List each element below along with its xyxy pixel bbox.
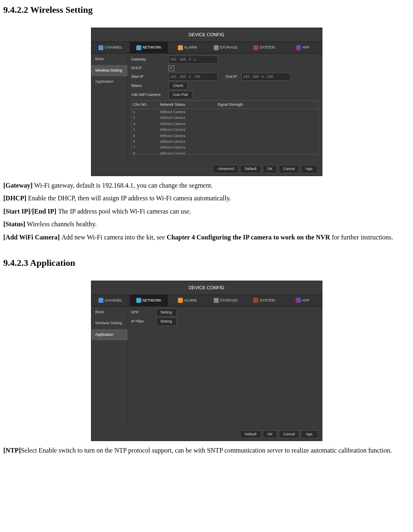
cell-chn: 3	[132, 121, 160, 127]
table-row[interactable]: 5Without Camera	[132, 133, 318, 139]
network-icon	[136, 298, 141, 303]
side-application[interactable]: Application	[91, 76, 128, 87]
cell-chn: 2	[132, 115, 160, 121]
app-button[interactable]: App.	[301, 165, 318, 173]
channel-icon	[98, 298, 103, 303]
col-status: Network Status	[160, 102, 218, 108]
side-application-2[interactable]: Application	[91, 329, 128, 340]
ipfilter-label: IP Filter	[131, 318, 156, 325]
app-button-2[interactable]: App.	[301, 430, 318, 438]
status-label: Status	[131, 83, 168, 89]
cell-signal	[218, 127, 318, 132]
ntp-setting-button[interactable]: Setting	[156, 309, 177, 316]
endip-input[interactable]: 192 . 168 . 4 . 199	[241, 73, 291, 81]
cell-chn: 7	[132, 144, 160, 150]
tab-app[interactable]: APP	[283, 42, 322, 53]
side-wireless-2[interactable]: Wireless Setting	[91, 318, 128, 329]
gateway-input[interactable]: 192 . 168 . 4 . 1	[168, 56, 218, 63]
side-nav: Basic Wireless Setting Application	[91, 53, 128, 163]
check-button[interactable]: Check	[168, 82, 188, 90]
cell-signal	[218, 151, 318, 155]
startip-label: Start IP	[131, 74, 168, 80]
table-row[interactable]: 6Without Camera	[132, 139, 318, 144]
startip-input[interactable]: 192 . 168 . 4 . 100	[168, 73, 218, 81]
dialog-footer: Advanced Default OK Cancel App.	[91, 163, 322, 175]
cell-status: Without Camera	[160, 151, 218, 155]
cell-chn: 6	[132, 139, 160, 144]
cell-status: Without Camera	[160, 115, 218, 121]
tab-storage-2[interactable]: STORAGE	[206, 295, 245, 306]
cell-status: Without Camera	[160, 133, 218, 139]
tab-app-2[interactable]: APP	[283, 295, 322, 306]
table-row[interactable]: 1Without Camera	[132, 109, 318, 115]
section-heading-wireless: 9.4.2.2 Wireless Setting	[3, 2, 410, 17]
tab-channel[interactable]: CHANNEL	[91, 42, 130, 53]
tab-alarm-2[interactable]: ALARM	[168, 295, 206, 306]
default-button-2[interactable]: Default	[240, 430, 261, 438]
tab-network[interactable]: NETWORK	[130, 42, 168, 53]
cell-status: Without Camera	[160, 109, 218, 115]
side-nav-2: Basic Wireless Setting Application	[91, 307, 128, 428]
cell-chn: 4	[132, 127, 160, 132]
table-row[interactable]: 4Without Camera	[132, 127, 318, 132]
app-icon	[296, 298, 301, 303]
side-basic[interactable]: Basic	[91, 53, 128, 65]
desc-gateway: [Gateway] Wi-Fi gateway, default is 192.…	[3, 179, 410, 192]
storage-icon	[214, 45, 219, 50]
cell-signal	[218, 144, 318, 150]
dialog-footer-2: Default OK Cancel App.	[91, 428, 322, 441]
table-row[interactable]: 7Without Camera	[132, 144, 318, 150]
tab-system-2[interactable]: SYSTEM	[245, 295, 283, 306]
cell-signal	[218, 121, 318, 127]
tab-bar: CHANNEL NETWORK ALARM STORAGE SYSTEM APP	[91, 42, 322, 53]
dialog-title-2: DEVICE CONFIG	[91, 281, 322, 295]
desc-addcam: [Add WiFi Camera] Add new Wi-Fi camera i…	[3, 231, 410, 244]
cell-status: Without Camera	[160, 139, 218, 144]
tab-channel-2[interactable]: CHANNEL	[91, 295, 130, 306]
desc-ip: [Start IP]/[End IP] The IP address pool …	[3, 205, 410, 218]
tab-network-2[interactable]: NETWORK	[130, 295, 168, 306]
main-panel-2: NTP Setting IP Filter Setting	[128, 307, 322, 428]
desc-ntp: [NTP]Select Enable switch to turn on the…	[3, 444, 410, 457]
dhcp-label: DHCP	[131, 65, 168, 71]
ntp-label: NTP	[131, 309, 156, 316]
device-config-dialog-wireless: DEVICE CONFIG CHANNEL NETWORK ALARM STOR…	[91, 28, 322, 176]
default-button[interactable]: Default	[240, 165, 261, 173]
table-row[interactable]: 3Without Camera	[132, 121, 318, 127]
alarm-icon	[178, 298, 183, 303]
storage-icon	[214, 298, 219, 303]
side-basic-2[interactable]: Basic	[91, 307, 128, 318]
cell-status: Without Camera	[160, 127, 218, 132]
table-row[interactable]: 2Without Camera	[132, 115, 318, 121]
addcamera-label: Add WiFi Camera	[131, 92, 168, 98]
channel-icon	[98, 45, 103, 50]
cell-chn: 5	[132, 133, 160, 139]
cell-signal	[218, 115, 318, 121]
ipfilter-setting-button[interactable]: Setting	[156, 318, 177, 325]
tab-storage[interactable]: STORAGE	[206, 42, 245, 53]
gateway-label: Gateway	[131, 56, 168, 63]
system-icon	[253, 45, 258, 50]
app-icon	[296, 45, 301, 50]
camera-table: Chn NO. Network Status Signal Strength 1…	[131, 100, 319, 155]
cell-signal	[218, 133, 318, 139]
system-icon	[253, 298, 258, 303]
tab-system[interactable]: SYSTEM	[245, 42, 283, 53]
dhcp-checkbox[interactable]: ✓	[168, 65, 174, 71]
ok-button-2[interactable]: OK	[263, 430, 277, 438]
dialog-title: DEVICE CONFIG	[91, 28, 322, 42]
cancel-button-2[interactable]: Cancel	[279, 430, 299, 438]
cell-status: Without Camera	[160, 121, 218, 127]
side-wireless[interactable]: Wireless Setting	[91, 65, 128, 76]
cancel-button[interactable]: Cancel	[279, 165, 299, 173]
device-config-dialog-application: DEVICE CONFIG CHANNEL NETWORK ALARM STOR…	[91, 281, 322, 441]
tab-alarm[interactable]: ALARM	[168, 42, 206, 53]
ok-button[interactable]: OK	[263, 165, 277, 173]
main-panel: Gateway 192 . 168 . 4 . 1 DHCP ✓ Start I…	[128, 53, 322, 163]
table-row[interactable]: 8Without Camera	[132, 151, 318, 155]
autopair-button[interactable]: Auto-Pair	[168, 91, 193, 99]
alarm-icon	[178, 45, 183, 50]
network-icon	[136, 45, 141, 50]
tab-bar-2: CHANNEL NETWORK ALARM STORAGE SYSTEM APP	[91, 295, 322, 307]
advanced-button[interactable]: Advanced	[213, 165, 238, 173]
